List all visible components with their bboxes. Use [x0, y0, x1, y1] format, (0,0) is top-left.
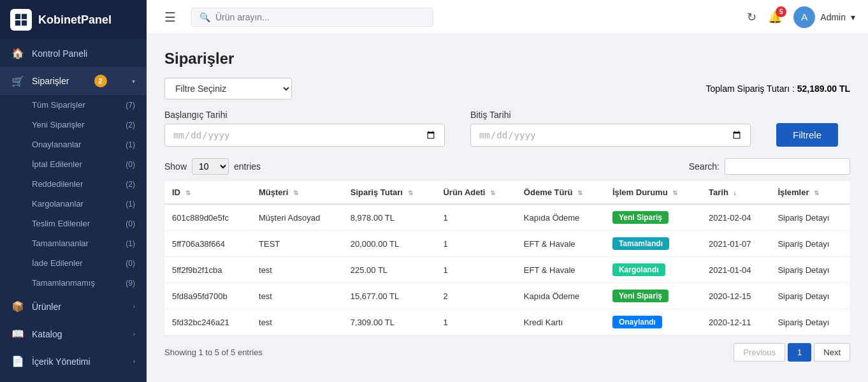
table-search-input[interactable] — [725, 158, 850, 175]
user-dropdown-arrow: ▾ — [851, 12, 855, 22]
logo-icon — [10, 9, 32, 31]
cart-icon: 🛒 — [11, 75, 24, 87]
cell-id[interactable]: 5fd8a95fd700b — [164, 283, 251, 309]
subnav-item[interactable]: İptal Edilenler(0) — [0, 154, 147, 174]
sidebar-item-label: Katalog — [32, 329, 62, 339]
col-musteri[interactable]: Müşteri ⇅ — [251, 181, 343, 204]
sidebar: KobinetPanel 🏠 Kontrol Paneli 🛒 Siparişl… — [0, 0, 147, 382]
end-date-input[interactable] — [470, 124, 751, 147]
cell-adet[interactable]: 1 — [435, 231, 516, 257]
subnav-item[interactable]: Kargolananlar(1) — [0, 194, 147, 214]
start-date-input[interactable] — [164, 124, 445, 147]
search-input[interactable] — [215, 12, 425, 22]
catalog-icon: 📖 — [11, 328, 24, 340]
subnav-label: Tüm Siparişler — [32, 100, 85, 110]
chevron-right-icon: › — [133, 303, 135, 310]
page-1-button[interactable]: 1 — [788, 343, 811, 362]
page-title: Siparişler — [164, 50, 850, 68]
subnav-item[interactable]: İade Edilenler(0) — [0, 253, 147, 273]
showing-text: Showing 1 to 5 of 5 entries — [164, 348, 263, 357]
subnav-item[interactable]: Tamamlanmamış(9) — [0, 273, 147, 293]
cell-odeme: Kapıda Ödeme — [516, 283, 605, 309]
svg-rect-1 — [22, 14, 27, 19]
previous-button[interactable]: Previous — [734, 343, 785, 362]
menu-toggle-button[interactable]: ☰ — [159, 7, 181, 27]
cell-islem[interactable]: Sipariş Detayı — [770, 283, 850, 309]
cell-odeme: EFT & Havale — [516, 231, 605, 257]
sidebar-item-katalog[interactable]: 📖 Katalog › — [0, 320, 147, 348]
cell-musteri[interactable]: TEST — [251, 231, 343, 257]
home-icon: 🏠 — [11, 47, 24, 59]
entries-select[interactable]: 10 25 50 100 — [192, 158, 229, 175]
svg-rect-3 — [22, 20, 27, 26]
end-date-group: Bitiş Tarihi — [470, 110, 751, 147]
status-badge: Kargolandı — [612, 263, 665, 276]
col-islemler[interactable]: İşlemler ⇅ — [770, 181, 850, 204]
sidebar-item-kullanicilar[interactable]: 👤 Kullanıcılar › — [0, 375, 147, 382]
content-area: Siparişler Filtre Seçiniz Yeni Sipariş T… — [147, 34, 868, 382]
col-id[interactable]: ID ⇅ — [164, 181, 251, 204]
subnav-count: (9) — [126, 279, 135, 288]
svg-rect-2 — [15, 20, 20, 26]
refresh-icon[interactable]: ↻ — [747, 10, 756, 24]
cell-adet[interactable]: 1 — [435, 257, 516, 283]
user-menu[interactable]: A Admin ▾ — [793, 6, 855, 28]
subnav-label: Tamamlanmamış — [32, 278, 95, 288]
subnav-item[interactable]: Teslim Edilenler(0) — [0, 214, 147, 233]
cell-tarih: 2020-12-11 — [701, 309, 770, 335]
subnav-label: Reddedilenler — [32, 179, 83, 189]
chevron-right-icon: › — [133, 330, 135, 337]
cell-islem[interactable]: Sipariş Detayı — [770, 309, 850, 335]
col-durum[interactable]: İşlem Durumu ⇅ — [605, 181, 701, 204]
cell-musteri[interactable]: Müşteri Adsoyad — [251, 204, 343, 231]
subnav-count: (0) — [126, 219, 135, 228]
subnav-item[interactable]: Onaylananlar(1) — [0, 135, 147, 154]
cell-musteri[interactable]: test — [251, 283, 343, 309]
cell-adet[interactable]: 2 — [435, 283, 516, 309]
subnav-item[interactable]: Yeni Siparişler(2) — [0, 115, 147, 135]
next-button[interactable]: Next — [814, 343, 850, 362]
sort-icon: ⇅ — [185, 189, 191, 196]
start-date-label: Başlangıç Tarihi — [164, 110, 445, 120]
col-tarih[interactable]: Tarih ↓ — [701, 181, 770, 204]
cell-adet[interactable]: 1 — [435, 204, 516, 231]
cell-musteri[interactable]: test — [251, 257, 343, 283]
subnav-item[interactable]: Tüm Siparişler(7) — [0, 95, 147, 115]
table-footer: Showing 1 to 5 of 5 entries Previous 1 N… — [164, 343, 850, 362]
col-tutar[interactable]: Sipariş Tutarı ⇅ — [343, 181, 436, 204]
cell-id[interactable]: 5ff2f9b2f1cba — [164, 257, 251, 283]
cell-durum: Onaylandı — [605, 309, 701, 335]
col-adet[interactable]: Ürün Adeti ⇅ — [435, 181, 516, 204]
cell-durum: Kargolandı — [605, 257, 701, 283]
table-row: 5fd8a95fd700b test 15,677.00 TL 2 Kapıda… — [164, 283, 850, 309]
status-badge: Onaylandı — [612, 316, 662, 328]
sidebar-item-icerik-yonetimi[interactable]: 📄 İçerik Yönetimi › — [0, 348, 147, 375]
col-odeme[interactable]: Ödeme Türü ⇅ — [516, 181, 605, 204]
cell-id[interactable]: 601c889d0e5fc — [164, 204, 251, 231]
cell-musteri[interactable]: test — [251, 309, 343, 335]
cell-islem[interactable]: Sipariş Detayı — [770, 204, 850, 231]
siparisler-badge: 2 — [94, 75, 107, 87]
notification-icon[interactable]: 🔔 5 — [768, 10, 782, 24]
sort-icon: ⇅ — [672, 189, 677, 196]
svg-rect-0 — [15, 14, 20, 19]
cell-islem[interactable]: Sipariş Detayı — [770, 257, 850, 283]
cell-id[interactable]: 5ff706a38f664 — [164, 231, 251, 257]
total-label: Toplam Sipariş Tutarı : 52,189.00 TL — [706, 84, 850, 94]
subnav-item[interactable]: Tamamlananlar(1) — [0, 233, 147, 253]
table-header: ID ⇅ Müşteri ⇅ Sipariş Tutarı ⇅ Ürün Ade… — [164, 181, 850, 204]
table-search-label: Search: — [689, 161, 720, 172]
sidebar-item-urunler[interactable]: 📦 Ürünler › — [0, 293, 147, 320]
cell-durum: Yeni Sipariş — [605, 283, 701, 309]
subnav-count: (2) — [126, 180, 135, 189]
subnav-label: İade Edilenler — [32, 258, 83, 268]
sidebar-item-siparisler[interactable]: 🛒 Siparişler 2 ▾ — [0, 67, 147, 95]
sidebar-logo[interactable]: KobinetPanel — [0, 0, 147, 40]
cell-id[interactable]: 5fd32bc246a21 — [164, 309, 251, 335]
subnav-item[interactable]: Reddedilenler(2) — [0, 174, 147, 194]
cell-islem[interactable]: Sipariş Detayı — [770, 231, 850, 257]
sidebar-item-kontrol-paneli[interactable]: 🏠 Kontrol Paneli — [0, 40, 147, 67]
filter-select[interactable]: Filtre Seçiniz Yeni Sipariş Tamamlandı K… — [164, 78, 292, 99]
cell-adet[interactable]: 1 — [435, 309, 516, 335]
filter-button[interactable]: Filtrele — [776, 123, 838, 147]
